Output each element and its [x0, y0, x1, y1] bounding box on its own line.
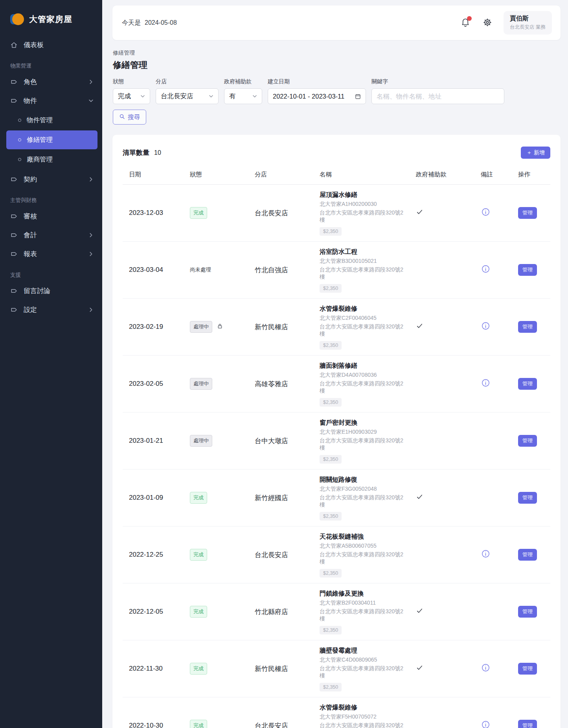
manage-button[interactable]: 管理: [518, 720, 537, 728]
table-row: 2022-10-30 完成 台北長安店 水管爆裂維修 北大管家F5H007050…: [123, 697, 550, 728]
column-header: 狀態: [184, 171, 248, 179]
branch-filter-label: 分店: [156, 78, 219, 85]
manage-button[interactable]: 管理: [518, 549, 537, 561]
sidebar-item[interactable]: 報表: [0, 244, 102, 263]
sidebar-item[interactable]: 物件: [0, 91, 102, 110]
settings-button[interactable]: [482, 17, 493, 29]
tag-icon: [10, 250, 18, 258]
note-info-icon[interactable]: [481, 207, 491, 217]
note-info-icon[interactable]: [481, 321, 491, 331]
column-header: 政府補助款: [410, 171, 474, 179]
column-header: 分店: [248, 171, 313, 179]
row-price: $2,350: [320, 341, 342, 350]
table-row: 2023-01-21 處理中 台中大墩店 窗戶密封更換 北大管家E1H00903…: [123, 413, 550, 469]
row-code: 北大管家C2F00406045: [320, 315, 377, 322]
row-price: $2,350: [320, 398, 342, 407]
note-info-icon[interactable]: [481, 663, 491, 673]
note-info-icon[interactable]: [481, 378, 491, 388]
row-code: 北大管家A5B00607055: [320, 543, 377, 550]
row-name: 浴室防水工程: [320, 248, 357, 256]
manage-button[interactable]: 管理: [518, 264, 537, 276]
keyword-input[interactable]: [371, 88, 504, 104]
row-name: 牆面剝落修繕: [320, 362, 357, 370]
table-row: 2023-02-05 處理中 高雄苓雅店 牆面剝落修繕 北大管家D4A00708…: [123, 356, 550, 413]
sidebar-subitem[interactable]: 修繕管理: [6, 130, 97, 149]
row-date: 2023-02-19: [123, 323, 184, 331]
manage-button[interactable]: 管理: [518, 606, 537, 618]
status-badge: 完成: [190, 207, 207, 219]
chevron-right-icon: [88, 233, 94, 238]
subsidy-select[interactable]: 有: [224, 88, 262, 104]
sidebar-subitem[interactable]: 物件管理: [6, 111, 97, 130]
bullet-circle-icon: [18, 138, 21, 141]
row-address: 台北市大安區忠孝東路四段320號2樓: [320, 209, 408, 224]
manage-button[interactable]: 管理: [518, 378, 537, 390]
row-name: 屋頂漏水修繕: [320, 191, 357, 199]
row-address: 台北市大安區忠孝東路四段320號2樓: [320, 551, 408, 565]
sidebar-item-label: 設定: [24, 305, 37, 314]
date-filter-label: 建立日期: [268, 78, 366, 85]
table-row: 2023-01-09 完成 新竹經國店 開關短路修復 北大管家F3G005020…: [123, 469, 550, 526]
row-date: 2023-02-05: [123, 380, 184, 388]
table-row: 2022-12-05 完成 竹北縣府店 門鎖維修及更換 北大管家B2F00304…: [123, 583, 550, 640]
chevron-down-icon: [248, 94, 257, 99]
chevron-right-icon: [88, 177, 94, 182]
note-info-icon[interactable]: [481, 264, 491, 274]
branch-select[interactable]: 台北長安店: [156, 88, 219, 104]
chevron-down-icon: [205, 94, 213, 99]
sidebar: 大管家房屋 儀表板 物業營運 角色: [0, 0, 102, 728]
column-header: 操作: [512, 171, 550, 179]
user-menu[interactable]: 賈伯斯 台北長安店 業務: [504, 11, 552, 35]
subsidy-check-icon: [416, 609, 423, 616]
sidebar-item[interactable]: 留言討論: [0, 281, 102, 300]
row-code: 北大管家A1H00200030: [320, 201, 377, 208]
sidebar-item[interactable]: 會計: [0, 226, 102, 244]
home-icon: [10, 41, 18, 49]
search-button[interactable]: 搜尋: [113, 110, 146, 125]
row-address: 台北市大安區忠孝東路四段320號2樓: [320, 266, 408, 281]
row-address: 台北市大安區忠孝東路四段320號2樓: [320, 437, 408, 451]
manage-button[interactable]: 管理: [518, 435, 537, 447]
status-filter-label: 狀態: [113, 78, 150, 85]
date-range-picker[interactable]: 2022-10-01 - 2023-03-11: [268, 88, 366, 104]
row-date: 2022-11-30: [123, 665, 184, 673]
row-name: 水管爆裂維修: [320, 704, 357, 712]
note-info-icon[interactable]: [481, 720, 491, 728]
row-price: $2,350: [320, 683, 342, 691]
manage-button[interactable]: 管理: [518, 321, 537, 333]
row-price: $2,350: [320, 455, 342, 464]
sidebar-section-label: 主管與財務: [0, 189, 102, 207]
row-branch: 台中大墩店: [248, 436, 313, 446]
app-name: 大管家房屋: [29, 14, 72, 25]
bullet-circle-icon: [18, 119, 21, 122]
tag-icon: [10, 231, 18, 239]
status-select[interactable]: 完成: [113, 88, 150, 104]
sidebar-item[interactable]: 儀表板: [0, 35, 102, 54]
chevron-right-icon: [88, 251, 94, 257]
subsidy-check-icon: [416, 210, 423, 217]
manage-button[interactable]: 管理: [518, 492, 537, 504]
sidebar-nav: 儀表板 物業營運 角色 物件: [0, 35, 102, 319]
sidebar-section-label: 物業營運: [0, 54, 102, 72]
row-date: 2023-01-09: [123, 494, 184, 502]
notification-badge: [467, 16, 472, 21]
note-info-icon[interactable]: [481, 549, 491, 559]
column-header: 名稱: [313, 171, 410, 179]
manage-button[interactable]: 管理: [518, 207, 537, 219]
sidebar-item[interactable]: 審核: [0, 207, 102, 226]
manage-button[interactable]: 管理: [518, 663, 537, 675]
row-price: $2,350: [320, 626, 342, 634]
sidebar-item[interactable]: 契約: [0, 170, 102, 189]
column-header: 備註: [474, 171, 512, 179]
sidebar-subitem[interactable]: 廠商管理: [6, 150, 97, 169]
sidebar-item-label: 審核: [24, 212, 37, 221]
sidebar-item[interactable]: 設定: [0, 300, 102, 319]
sidebar-item[interactable]: 角色: [0, 72, 102, 91]
status-badge: 完成: [190, 606, 207, 618]
tag-icon: [10, 306, 18, 314]
row-address: 台北市大安區忠孝東路四段320號2樓: [320, 608, 408, 622]
notifications-button[interactable]: [460, 16, 471, 29]
row-code: 北大管家F5H00705072: [320, 713, 377, 721]
add-button[interactable]: ＋ 新增: [521, 147, 550, 159]
row-date: 2022-12-05: [123, 608, 184, 616]
